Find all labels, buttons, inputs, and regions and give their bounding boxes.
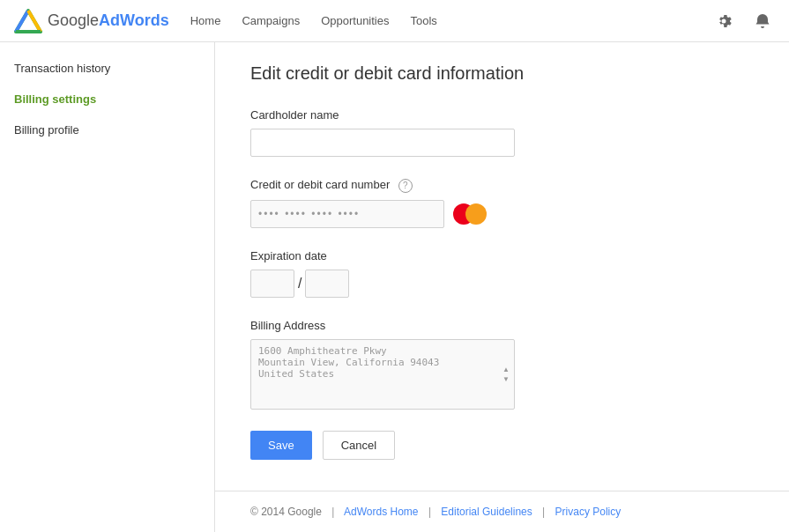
billing-address-group: Billing Address ▲ ▼ xyxy=(250,319,754,410)
cardholder-group: Cardholder name xyxy=(250,108,754,157)
address-wrapper: ▲ ▼ xyxy=(250,339,515,410)
svg-line-2 xyxy=(16,11,28,32)
cardholder-label: Cardholder name xyxy=(250,108,754,122)
topnav: Google AdWords Home Campaigns Opportunit… xyxy=(0,0,789,42)
card-number-dots: •••• •••• •••• •••• xyxy=(258,208,360,220)
page-title: Edit credit or debit card information xyxy=(250,63,754,84)
card-number-display: •••• •••• •••• •••• xyxy=(250,200,444,228)
save-button[interactable]: Save xyxy=(250,431,312,460)
address-spinner-icon: ▲ ▼ xyxy=(502,366,510,383)
cardholder-input[interactable] xyxy=(250,129,515,157)
settings-button[interactable] xyxy=(711,9,736,33)
nav-opportunities[interactable]: Opportunities xyxy=(321,14,389,27)
card-number-label: Credit or debit card number ? xyxy=(250,178,754,193)
expiry-separator: / xyxy=(298,276,301,292)
logo-google-text: Google xyxy=(48,11,99,30)
footer-editorial-guidelines[interactable]: Editorial Guidelines xyxy=(441,506,532,518)
footer: © 2014 Google | AdWords Home | Editorial… xyxy=(215,491,789,532)
footer-copyright: © 2014 Google xyxy=(250,506,322,518)
expiry-label: Expiration date xyxy=(250,249,754,262)
card-number-help-icon[interactable]: ? xyxy=(398,179,413,193)
bell-icon xyxy=(754,12,771,30)
logo-adwords-text: AdWords xyxy=(99,11,169,30)
layout: Transaction history Billing settings Bil… xyxy=(0,42,789,532)
adwords-logo-icon xyxy=(14,7,42,35)
footer-sep-1: | xyxy=(331,506,334,518)
expiry-year-input[interactable] xyxy=(305,270,349,298)
nav-campaigns[interactable]: Campaigns xyxy=(242,14,300,27)
expiry-group: Expiration date / xyxy=(250,249,754,298)
sidebar-item-billing-profile[interactable]: Billing profile xyxy=(0,115,214,145)
logo-area: Google AdWords xyxy=(14,7,169,35)
sidebar: Transaction history Billing settings Bil… xyxy=(0,42,215,532)
nav-home[interactable]: Home xyxy=(190,14,221,27)
form-actions: Save Cancel xyxy=(250,431,754,460)
notifications-button[interactable] xyxy=(750,9,775,33)
expiry-month-input[interactable] xyxy=(250,270,294,298)
expiry-area: / xyxy=(250,270,754,298)
footer-privacy-policy[interactable]: Privacy Policy xyxy=(555,506,622,518)
footer-sep-2: | xyxy=(428,506,431,518)
card-number-group: Credit or debit card number ? •••• •••• … xyxy=(250,178,754,228)
mc-right-circle xyxy=(465,203,487,225)
footer-adwords-home[interactable]: AdWords Home xyxy=(344,506,418,518)
gear-icon xyxy=(715,12,733,30)
sidebar-item-billing-settings[interactable]: Billing settings xyxy=(0,84,214,115)
billing-address-label: Billing Address xyxy=(250,319,754,332)
footer-sep-3: | xyxy=(542,506,545,518)
sidebar-item-transaction-history[interactable]: Transaction history xyxy=(0,53,214,84)
mastercard-icon xyxy=(453,203,487,225)
billing-address-input[interactable] xyxy=(250,339,515,410)
svg-line-3 xyxy=(28,11,41,32)
main-content: Edit credit or debit card information Ca… xyxy=(215,42,789,491)
card-number-area: •••• •••• •••• •••• xyxy=(250,200,754,228)
cancel-button[interactable]: Cancel xyxy=(323,431,395,460)
nav-icons xyxy=(711,9,775,33)
nav-tools[interactable]: Tools xyxy=(411,14,437,27)
nav-links: Home Campaigns Opportunities Tools xyxy=(190,14,711,27)
